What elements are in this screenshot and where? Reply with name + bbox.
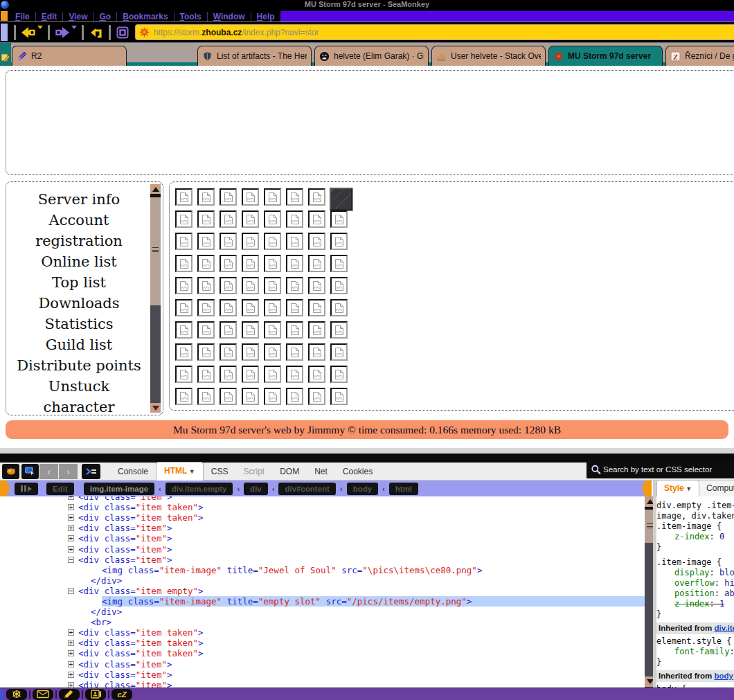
html-tree-row[interactable]: <div class="item"> [0,555,645,565]
expand-icon[interactable] [68,640,74,646]
css-property[interactable]: z-index: 0 [656,532,734,542]
search-input[interactable] [603,465,728,474]
devtools-search[interactable] [587,460,734,478]
reload-button[interactable] [87,24,105,41]
css-property[interactable]: display: block [656,568,734,578]
splitter[interactable] [0,448,734,454]
url-bar[interactable]: https://storm.zhouba.cz/index.php?navi=s… [135,24,734,40]
break-on-mutate-button[interactable] [15,483,38,495]
devtools-tab-dom[interactable]: DOM [272,463,307,481]
toolbar-grippy[interactable] [1,11,8,21]
css-property[interactable]: overflow: hidden [656,578,734,589]
css-property[interactable]: z-index: 1 [656,599,734,609]
path-node-div-item-empty[interactable]: div.item.empty [165,483,233,495]
html-tree-row[interactable]: <div class="item"> [0,544,645,554]
firebug-icon[interactable] [2,464,19,479]
html-tree-row[interactable]: </div> [0,607,645,617]
menu-go[interactable]: Go [94,12,118,21]
expand-icon[interactable] [68,629,74,636]
expand-icon[interactable] [68,546,74,553]
browser-tab-5[interactable]: MU Storm 97d server [548,46,663,66]
navigator-wheel-button[interactable] [6,689,27,700]
forward-button[interactable] [53,24,78,41]
inspect-element-icon[interactable] [21,464,39,479]
html-tree-row[interactable]: <div class="item"> [0,523,645,533]
sidebar-link-distribute-points[interactable]: Distribute points [10,355,147,376]
html-tree-row[interactable]: <div class="item taken"> [0,627,645,638]
chatzilla-button[interactable]: cZ [111,689,132,700]
browser-tab-1[interactable]: R2 [12,46,127,66]
html-tree-row[interactable]: <img class="item-image" title="empty slo… [0,596,645,607]
devtools-tab-script[interactable]: Script [235,463,272,481]
html-tree-row[interactable]: <div class="item taken"> [0,512,645,523]
sidebar-link-downloads[interactable]: Downloads [10,293,147,314]
menu-bookmarks[interactable]: Bookmarks [117,12,174,21]
address-book-button[interactable] [85,689,106,700]
collapse-icon[interactable] [68,588,74,594]
devtools-tab-net[interactable]: Net [307,463,335,481]
edit-button[interactable]: Edit [46,483,74,495]
tab-list-icon[interactable] [1,53,10,62]
scrollbar-thumb[interactable] [150,197,161,305]
menu-view[interactable]: View [63,12,93,21]
html-tree-row[interactable]: <div class="item"> [0,659,645,670]
composer-pencil-button[interactable] [59,689,80,700]
expand-icon[interactable] [68,535,74,541]
html-tree-row[interactable]: </div> [0,575,645,586]
expand-icon[interactable] [68,525,74,531]
sidebar-link-account-registration[interactable]: Account registration [10,210,147,251]
devtools-tab-cookies[interactable]: Cookies [335,463,380,481]
inherited-element-link[interactable]: div.item.empty [715,624,734,632]
sidebar-link-online-list[interactable]: Online list [10,251,147,272]
devtools-tab-console[interactable]: Console [110,463,156,481]
browser-tab-6[interactable]: ZŘezníci / De grønne slagter... [665,46,734,66]
path-node-img-item-image[interactable]: img.item-image [84,483,154,495]
mail-envelope-button[interactable] [33,689,53,700]
menu-tools[interactable]: Tools [174,12,208,21]
inherited-element-link[interactable]: body [715,672,733,680]
devtools-tab-css[interactable]: CSS [204,463,236,481]
command-line-icon[interactable] [82,464,100,479]
html-tree-row[interactable]: <div class="item"> [0,533,645,544]
side-tab-computed[interactable]: Computed [699,481,734,496]
stop-button[interactable] [114,24,131,41]
html-tree-row[interactable]: <div class="item taken"> [0,638,645,648]
sidebar-scrollbar[interactable] [150,184,161,413]
expand-icon[interactable] [68,504,74,510]
html-tree-row[interactable]: <div class="item"> [0,670,645,680]
expand-icon[interactable] [68,661,74,667]
path-node-body[interactable]: body [347,483,378,495]
path-node-div[interactable]: div [244,483,268,495]
html-tree-row[interactable]: <div class="item empty"> [0,586,645,596]
sidebar-link-top-list[interactable]: Top list [10,272,147,293]
browser-tab-3[interactable]: helvete (Elim Garak) · GitHub [314,46,429,66]
html-tree-row[interactable]: <br> [0,617,645,627]
side-tab-style[interactable]: Style ▼ [656,480,699,496]
html-tree-row[interactable]: <div class="item taken"> [0,648,645,658]
sidebar-link-unstuck-character[interactable]: Unstuck character [10,376,147,415]
html-tree-row[interactable]: <div class="item taken"> [0,502,645,512]
menu-edit[interactable]: Edit [36,12,64,21]
history-back-icon[interactable]: ‹ [39,464,58,479]
expand-icon[interactable] [68,650,74,656]
history-forward-icon[interactable]: › [59,464,78,479]
expand-icon[interactable] [68,514,74,521]
sidebar-link-guild-list[interactable]: Guild list [10,334,147,355]
sidebar-link-statistics[interactable]: Statistics [10,314,147,334]
collapse-icon[interactable] [68,557,74,563]
path-node-html[interactable]: html [389,483,418,495]
menu-window[interactable]: Window [208,12,251,21]
back-button[interactable] [19,24,44,41]
menu-file[interactable]: File [10,12,36,21]
browser-tab-4[interactable]: User helvete - Stack Overfl... [431,46,546,66]
pane-splitter[interactable] [653,481,656,688]
expand-icon[interactable] [68,672,74,678]
css-property[interactable]: font-family: [656,647,734,657]
devtools-tab-html[interactable]: HTML ▼ [156,462,204,481]
path-node-div-content[interactable]: div#content [278,483,336,495]
browser-tab-2[interactable]: List of artifacts - The Heroe... [197,46,312,66]
html-tree-row[interactable]: <img class="item-image" title="Jewel of … [0,565,645,575]
menu-help[interactable]: Help [251,12,281,21]
sidebar-link-server-info[interactable]: Server info [10,189,147,210]
css-property[interactable]: position: absolute [656,589,734,599]
